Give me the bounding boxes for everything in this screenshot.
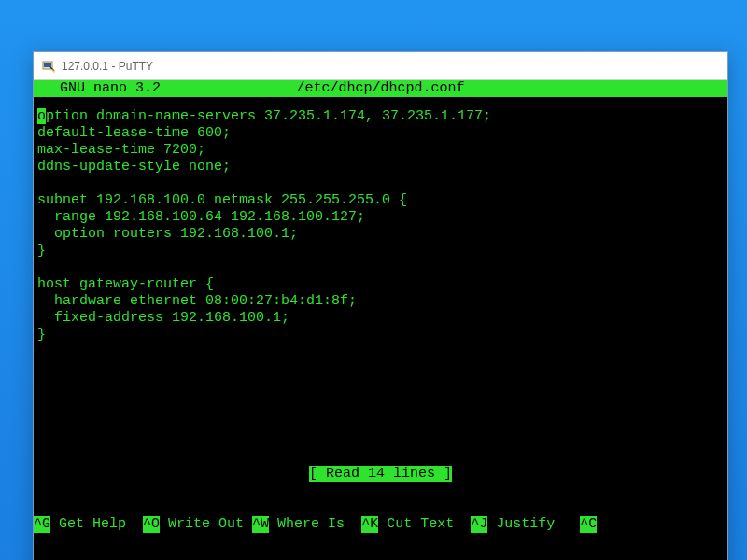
shortcut-key[interactable]: ^W xyxy=(252,516,269,533)
window-title: 127.0.0.1 - PuTTY xyxy=(62,60,153,73)
shortcut-key[interactable]: ^O xyxy=(143,516,160,533)
shortcut-key[interactable]: ^G xyxy=(34,516,50,533)
putty-icon xyxy=(41,59,56,74)
status-row: [ Read 14 lines ] xyxy=(34,466,727,483)
shortcut-bar: ^G Get Help ^O Write Out ^W Where Is ^K … xyxy=(34,483,727,560)
editor-content[interactable]: option domain-name-servers 37.235.1.174,… xyxy=(34,97,727,466)
shortcut-row-1: ^G Get Help ^O Write Out ^W Where Is ^K … xyxy=(34,516,727,533)
svg-rect-1 xyxy=(44,63,51,67)
shortcut-label: Write Out xyxy=(160,516,252,533)
shortcut-key[interactable]: ^C xyxy=(580,516,597,533)
file-text: ption domain-name-servers 37.235.1.174, … xyxy=(37,108,491,343)
shortcut-key[interactable]: ^J xyxy=(471,516,487,533)
shortcut-label: Justify xyxy=(487,516,580,533)
shortcut-label: Get Help xyxy=(50,516,143,533)
terminal-area[interactable]: GNU nano 3.2 /etc/dhcp/dhcpd.conf option… xyxy=(34,80,727,560)
nano-filename: /etc/dhcp/dhcpd.conf xyxy=(34,80,727,97)
shortcut-label: Cut Text xyxy=(378,516,471,533)
nano-header: GNU nano 3.2 /etc/dhcp/dhcpd.conf xyxy=(34,80,727,97)
shortcut-label: Where Is xyxy=(269,516,361,533)
status-message: [ Read 14 lines ] xyxy=(309,466,452,482)
putty-window: 127.0.0.1 - PuTTY GNU nano 3.2 /etc/dhcp… xyxy=(33,51,728,560)
shortcut-key[interactable]: ^K xyxy=(361,516,378,533)
cursor: o xyxy=(37,108,46,124)
window-titlebar[interactable]: 127.0.0.1 - PuTTY xyxy=(34,52,727,80)
desktop-background: 127.0.0.1 - PuTTY GNU nano 3.2 /etc/dhcp… xyxy=(0,0,747,560)
